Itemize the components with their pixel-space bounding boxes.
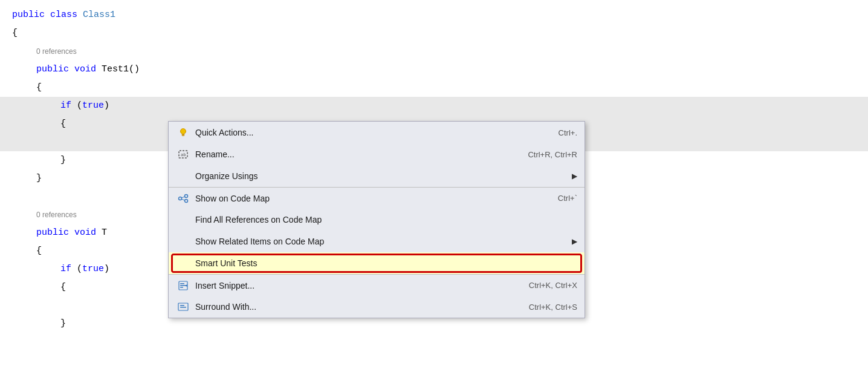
- find-refs-icon: [176, 212, 190, 227]
- svg-rect-12: [180, 283, 184, 284]
- surround-with-label: Surround With...: [195, 302, 505, 312]
- menu-item-surround-with[interactable]: Surround With... Ctrl+K, Ctrl+S: [169, 296, 585, 318]
- svg-rect-1: [182, 134, 185, 136]
- svg-marker-15: [185, 284, 187, 287]
- related-icon: [176, 234, 190, 249]
- rename-icon: ab: [176, 147, 190, 162]
- svg-text:ab: ab: [181, 152, 186, 157]
- menu-item-smart-unit-tests[interactable]: Smart Unit Tests: [169, 252, 585, 274]
- menu-item-insert-snippet[interactable]: Insert Snippet... Ctrl+K, Ctrl+X: [169, 274, 585, 296]
- menu-item-rename[interactable]: ab Rename... Ctrl+R, Ctrl+R: [169, 143, 585, 165]
- svg-rect-17: [180, 305, 184, 306]
- code-line-2: {: [0, 24, 868, 42]
- code-line-4: public void Test1(): [0, 61, 868, 79]
- smart-unit-tests-label: Smart Unit Tests: [195, 258, 577, 268]
- svg-point-6: [179, 197, 182, 200]
- svg-point-8: [185, 199, 188, 202]
- svg-point-7: [185, 194, 188, 197]
- show-code-map-shortcut: Ctrl+`: [534, 194, 577, 203]
- classname-class1: Class1: [83, 6, 115, 24]
- rename-shortcut: Ctrl+R, Ctrl+R: [504, 150, 577, 159]
- lightbulb-icon: [176, 125, 190, 140]
- codemap-icon: [176, 191, 190, 206]
- show-related-arrow: ▶: [572, 237, 577, 246]
- menu-item-organize-usings[interactable]: Organize Usings ▶: [169, 165, 585, 187]
- insert-snippet-label: Insert Snippet...: [195, 281, 505, 290]
- menu-item-show-related[interactable]: Show Related Items on Code Map ▶: [169, 231, 585, 252]
- svg-rect-2: [182, 136, 184, 136]
- keyword-class: class: [50, 6, 83, 24]
- svg-rect-14: [180, 287, 183, 288]
- smart-unit-icon: [176, 256, 190, 270]
- organize-icon: [176, 169, 190, 183]
- ref-hint-1: 0 references: [36, 42, 77, 61]
- find-all-refs-label: Find All References on Code Map: [195, 215, 577, 224]
- code-line-3: 0 references: [0, 42, 868, 61]
- code-line-1: public class Class1: [0, 6, 868, 24]
- quick-actions-label: Quick Actions...: [195, 128, 534, 137]
- menu-item-find-all-references[interactable]: Find All References on Code Map: [169, 209, 585, 231]
- ref-hint-2: 0 references: [36, 206, 77, 224]
- organize-usings-label: Organize Usings: [195, 171, 567, 181]
- menu-item-quick-actions[interactable]: Quick Actions... Ctrl+.: [169, 122, 585, 143]
- code-line-6: if (true): [0, 97, 868, 115]
- surround-icon: [176, 300, 190, 314]
- organize-usings-arrow: ▶: [572, 172, 577, 180]
- show-code-map-label: Show on Code Map: [195, 194, 534, 203]
- svg-rect-18: [180, 307, 186, 308]
- svg-rect-3: [183, 128, 183, 129]
- show-related-label: Show Related Items on Code Map: [195, 237, 567, 246]
- snippet-icon: [176, 278, 190, 293]
- context-menu: Quick Actions... Ctrl+. ab Rename... Ctr…: [168, 121, 585, 318]
- svg-line-9: [182, 197, 185, 198]
- insert-snippet-shortcut: Ctrl+K, Ctrl+X: [505, 281, 577, 290]
- surround-with-shortcut: Ctrl+K, Ctrl+S: [505, 303, 577, 312]
- svg-point-0: [181, 129, 186, 134]
- keyword-public: public: [12, 6, 50, 24]
- svg-line-10: [182, 199, 185, 200]
- menu-item-show-code-map[interactable]: Show on Code Map Ctrl+`: [169, 187, 585, 209]
- rename-label: Rename...: [195, 149, 504, 159]
- quick-actions-shortcut: Ctrl+.: [534, 128, 577, 137]
- code-line-5: {: [0, 79, 868, 97]
